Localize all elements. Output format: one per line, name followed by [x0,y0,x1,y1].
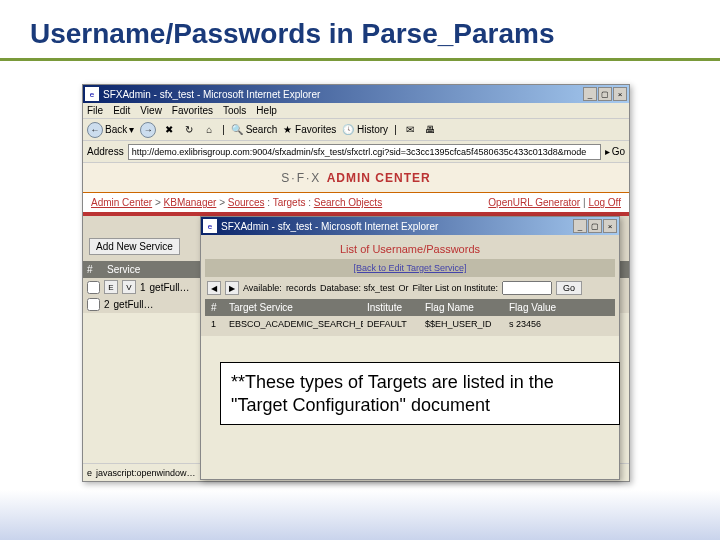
search-button[interactable]: 🔍 Search [231,124,277,135]
logoff-link[interactable]: Log Off [588,197,621,208]
menu-tools[interactable]: Tools [223,105,246,116]
favorites-button[interactable]: ★ Favorites [283,124,336,135]
footer-gradient [0,490,720,540]
go-button[interactable]: Go [556,281,582,295]
filter-label: Filter List on Institute: [412,283,498,293]
maximize-button[interactable]: ▢ [588,219,602,233]
back-button[interactable]: ← Back ▾ [87,122,134,138]
minimize-button[interactable]: _ [583,87,597,101]
close-button[interactable]: × [613,87,627,101]
admin-center-label: ADMIN CENTER [327,171,431,185]
filter-row: ◀ ▶ Available: records Database: sfx_tes… [205,277,615,299]
close-button[interactable]: × [603,219,617,233]
maximize-button[interactable]: ▢ [598,87,612,101]
status-text: javascript:openwindow… [96,468,196,478]
th-num: # [87,264,107,275]
th-flag-value: Flag Value [505,302,575,313]
next-icon[interactable]: ▶ [225,281,239,295]
back-link[interactable]: [Back to Edit Target Service] [354,263,467,273]
edit-icon[interactable]: E [104,280,118,294]
print-icon[interactable]: 🖶 [423,123,437,137]
list-title: List of Username/Passwords [205,239,615,259]
row-service: getFull… [114,299,154,310]
th-institute: Institute [363,302,421,313]
back-link-row: [Back to Edit Target Service] [205,259,615,277]
row-checkbox[interactable] [87,298,100,311]
address-input[interactable] [128,144,601,160]
window-title: SFXAdmin - sfx_test - Microsoft Internet… [103,89,583,100]
cell-flag-name: $$EH_USER_ID [421,319,505,329]
database-label: Database: sfx_test [320,283,395,293]
available-label: Available: [243,283,282,293]
records-label: records [286,283,316,293]
add-new-service-button[interactable]: Add New Service [89,238,180,255]
row-checkbox[interactable] [87,281,100,294]
cell-flag-value: s 23456 [505,319,575,329]
cell-target-service: EBSCO_ACADEMIC_SEARCH_ELITE getFull… [225,319,363,329]
bc-sources[interactable]: Sources [228,197,265,208]
or-label: Or [398,283,408,293]
filter-input[interactable] [502,281,552,295]
bc-targets: Targets [273,197,306,208]
dropdown-icon: ▾ [129,124,134,135]
address-label: Address [87,146,124,157]
bc-admin-center[interactable]: Admin Center [91,197,152,208]
go-button[interactable]: ▸ Go [605,146,625,157]
menu-edit[interactable]: Edit [113,105,130,116]
forward-button[interactable]: → [140,122,156,138]
toolbar: ← Back ▾ → ✖ ↻ ⌂ | 🔍 Search ★ Favorites … [83,119,629,141]
titlebar: e SFXAdmin - sfx_test - Microsoft Intern… [83,85,629,103]
refresh-icon[interactable]: ↻ [182,123,196,137]
ie-icon: e [203,219,217,233]
menu-file[interactable]: File [87,105,103,116]
menubar: File Edit View Favorites Tools Help [83,103,629,119]
bc-kbmanager[interactable]: KBManager [164,197,217,208]
cell-institute: DEFAULT [363,319,421,329]
minimize-button[interactable]: _ [573,219,587,233]
sfx-header: S·F·X ADMIN CENTER [83,163,629,193]
window-title: SFXAdmin - sfx_test - Microsoft Internet… [221,221,573,232]
bc-search-objects[interactable]: Search Objects [314,197,382,208]
prev-icon[interactable]: ◀ [207,281,221,295]
mail-icon[interactable]: ✉ [403,123,417,137]
stop-icon[interactable]: ✖ [162,123,176,137]
menu-view[interactable]: View [140,105,162,116]
row-num: 2 [104,299,110,310]
cell-num: 1 [207,319,225,329]
ie-icon: e [85,87,99,101]
row-service: getFull… [150,282,190,293]
note-box: **These types of Targets are listed in t… [220,362,620,425]
view-icon[interactable]: V [122,280,136,294]
ie-icon: e [87,468,92,478]
th-flag-name: Flag Name [421,302,505,313]
titlebar: e SFXAdmin - sfx_test - Microsoft Intern… [201,217,619,235]
addressbar: Address ▸ Go [83,141,629,163]
home-icon[interactable]: ⌂ [202,123,216,137]
table-header: # Target Service Institute Flag Name Fla… [205,299,615,316]
th-target-service: Target Service [225,302,363,313]
history-button[interactable]: 🕓 History [342,124,388,135]
table-row: 1 EBSCO_ACADEMIC_SEARCH_ELITE getFull… D… [205,316,615,332]
row-num: 1 [140,282,146,293]
menu-help[interactable]: Help [256,105,277,116]
slide-title: Username/Passwords in Parse_Params [0,0,720,61]
browser-window-2: e SFXAdmin - sfx_test - Microsoft Intern… [200,216,620,480]
th-num: # [207,302,225,313]
breadcrumb: Admin Center > KBManager > Sources : Tar… [83,193,629,212]
menu-favorites[interactable]: Favorites [172,105,213,116]
openurl-link[interactable]: OpenURL Generator [488,197,580,208]
sfx-logo-icon: S·F·X [281,171,321,185]
back-arrow-icon: ← [87,122,103,138]
